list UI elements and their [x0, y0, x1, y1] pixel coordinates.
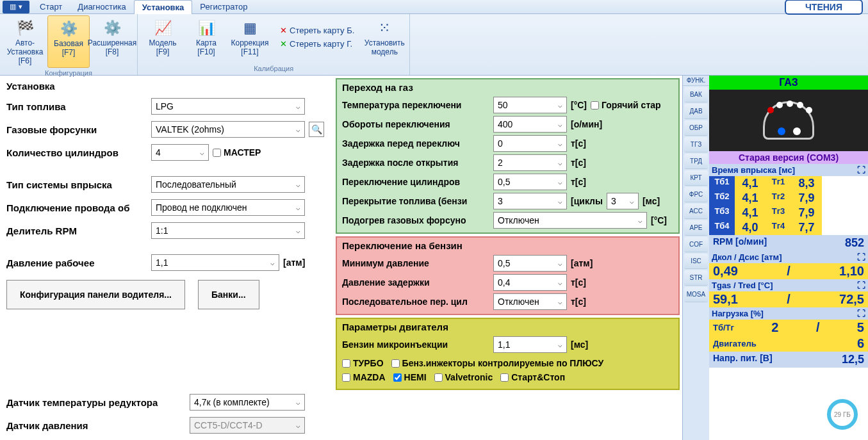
ribbon-model[interactable]: 📈 Модель [F9]	[142, 15, 184, 59]
inj-cell: Тг3	[766, 206, 791, 220]
setup-title: Установка	[6, 81, 327, 92]
erase-g-label: Стереть карту Г.	[290, 39, 352, 49]
press-sensor-label: Датчик давления	[6, 420, 186, 431]
gas-overlap2-combo[interactable]: 3	[607, 193, 639, 209]
expand-icon[interactable]: ⛶	[857, 281, 865, 290]
inj-cell: 7,9	[791, 191, 822, 206]
valvetronic-checkbox[interactable]: Valvetronic	[434, 372, 493, 382]
petrol-seq-combo[interactable]: Отключен	[493, 293, 567, 310]
inj-sys-combo[interactable]: Последовательный	[151, 176, 305, 193]
side-tab-acc[interactable]: ACC	[684, 204, 708, 219]
reading-button[interactable]: ЧТЕНИЯ	[785, 0, 863, 15]
side-tab-str[interactable]: STR	[684, 270, 708, 286]
inj-cell: 4,1	[735, 206, 766, 220]
rpm-value: 852	[845, 236, 864, 250]
inj-cell: Тб3	[709, 206, 735, 220]
side-tab-mosa[interactable]: MOSA	[684, 287, 708, 302]
gas-heat-combo[interactable]: Отключен	[493, 212, 647, 229]
ribbon-set-model[interactable]: ⁙ Установить модель	[363, 15, 405, 59]
gas-cyl-label: Переключение цилиндров	[342, 177, 489, 187]
ribbon-ext-label: Расширенная	[88, 38, 136, 47]
inj-cell: Тг2	[766, 191, 791, 206]
cylinders-combo[interactable]: 4	[151, 144, 209, 161]
ribbon-group-calib: Калибрация	[252, 63, 295, 74]
master-checkbox-input[interactable]	[213, 149, 221, 157]
work-press-combo[interactable]: 1,1	[151, 254, 279, 271]
tab-start[interactable]: Старт	[32, 0, 70, 13]
ribbon-basic[interactable]: ⚙️ Базовая [F7]	[47, 15, 90, 68]
master-label: МАСТЕР	[224, 147, 261, 158]
gas-dbefore-combo[interactable]: 0	[493, 135, 567, 152]
startstop-checkbox[interactable]: Старт&Стоп	[500, 372, 565, 382]
master-checkbox[interactable]: МАСТЕР	[213, 147, 261, 158]
gas-temp-unit: [°C]	[571, 100, 587, 110]
expand-icon[interactable]: ⛶	[857, 309, 865, 318]
temp-sensor-combo[interactable]: 4,7к (в комплекте)	[190, 394, 305, 411]
hot-start-input[interactable]	[591, 101, 599, 110]
rpm-div-combo[interactable]: 1:1	[151, 222, 305, 239]
engine-micro-combo[interactable]: 1,1	[493, 336, 567, 353]
petrol-dpress-label: Давление задержки	[342, 277, 489, 288]
side-tab-трд[interactable]: ТРД	[684, 154, 708, 169]
side-tab-ape[interactable]: APE	[684, 220, 708, 236]
ribbon-extended[interactable]: ⚙️ Расширенная [F8]	[91, 15, 133, 68]
expand-icon[interactable]: ⛶	[857, 165, 865, 175]
hemi-checkbox[interactable]: HEMI	[393, 372, 427, 382]
fuel-type-label: Тип топлива	[6, 101, 147, 112]
injectors-search-button[interactable]: 🔍	[309, 122, 324, 137]
side-tab-крт[interactable]: КРТ	[684, 170, 708, 186]
petrol-panel: Переключение на бензин Минимум давление0…	[336, 236, 680, 315]
gas-temp-label: Температура переключени	[342, 100, 489, 110]
app-menu-button[interactable]: ▥ ▾	[3, 1, 29, 13]
gas-dbefore-unit: т[c]	[571, 138, 586, 149]
side-tab-isc[interactable]: ISC	[684, 254, 708, 269]
wire-combo[interactable]: Провод не подключен	[151, 199, 305, 216]
ribbon-auto-setup[interactable]: 🏁 Авто-Установка [F6]	[4, 15, 46, 68]
tab-logger[interactable]: Регистратор	[192, 0, 255, 13]
cylinders-label: Количество цилиндров	[6, 147, 147, 158]
petrol-dpress-combo[interactable]: 0,4	[493, 274, 567, 291]
gas-overlap-combo[interactable]: 3	[493, 193, 567, 209]
side-tab-вак[interactable]: ВАК	[684, 87, 708, 102]
turbo-checkbox[interactable]: ТУРБО	[342, 358, 384, 368]
gas-dafter-combo[interactable]: 2	[493, 154, 567, 171]
press-title: Дкол / Дсис [атм]	[712, 252, 782, 262]
side-tab-тгз[interactable]: ТГЗ	[684, 137, 708, 152]
side-tab-cof[interactable]: COF	[684, 237, 708, 252]
tgas-v2: 72,5	[839, 292, 864, 307]
gear-icon: ⚙️	[58, 19, 79, 39]
gear-icon: ⚙️	[102, 18, 122, 38]
plus-checkbox[interactable]: Бенз.инжекторы контролируемые по ПЛЮСУ	[391, 358, 604, 368]
petrol-title: Переключение на бензин	[342, 240, 673, 251]
map-icon: 📊	[196, 18, 217, 38]
ribbon-correction[interactable]: ▦ Коррекция [F11]	[229, 15, 271, 59]
erase-map-g[interactable]: ✕Стереть карту Г.	[280, 39, 354, 49]
gas-dafter-label: Задержка после открытия	[342, 158, 489, 168]
banks-button[interactable]: Банки...	[198, 280, 259, 309]
inj-cell: 4,1	[735, 191, 766, 206]
gas-cyl-combo[interactable]: 0,5	[493, 174, 567, 190]
erase-map-b[interactable]: ✕Стереть карту Б.	[280, 26, 354, 35]
gas-dafter-unit: т[c]	[571, 158, 586, 168]
gas-temp-combo[interactable]: 50	[493, 97, 567, 113]
gas-rpm-unit: [о/мин]	[571, 119, 602, 129]
engine-title: Параметры двигателя	[342, 322, 673, 332]
tab-diagnostics[interactable]: Диагностика	[70, 0, 133, 13]
petrol-minp-combo[interactable]: 0,5	[493, 255, 567, 272]
hot-start-checkbox[interactable]: Горячий стар	[591, 100, 661, 110]
flag-icon: 🏁	[15, 18, 35, 38]
expand-icon[interactable]: ⛶	[857, 252, 865, 262]
mazda-checkbox[interactable]: MAZDA	[342, 372, 386, 382]
driver-panel-button[interactable]: Конфигурация панели водителя...	[6, 280, 185, 309]
ribbon-map[interactable]: 📊 Карта [F10]	[185, 15, 227, 59]
erase-b-label: Стереть карту Б.	[290, 26, 354, 35]
eng-label: Двигатель	[713, 339, 757, 348]
tab-setup[interactable]: Установка	[134, 0, 193, 14]
inj-cell: 7,7	[791, 220, 822, 235]
side-tab-обр[interactable]: ОБР	[684, 120, 708, 136]
gas-rpm-combo[interactable]: 400	[493, 116, 567, 133]
injectors-combo[interactable]: VALTEK (2ohms)	[151, 121, 305, 138]
fuel-type-combo[interactable]: LPG	[151, 98, 305, 115]
side-tab-дав[interactable]: ДАВ	[684, 104, 708, 119]
side-tab-фрс[interactable]: ФРС	[684, 187, 708, 202]
